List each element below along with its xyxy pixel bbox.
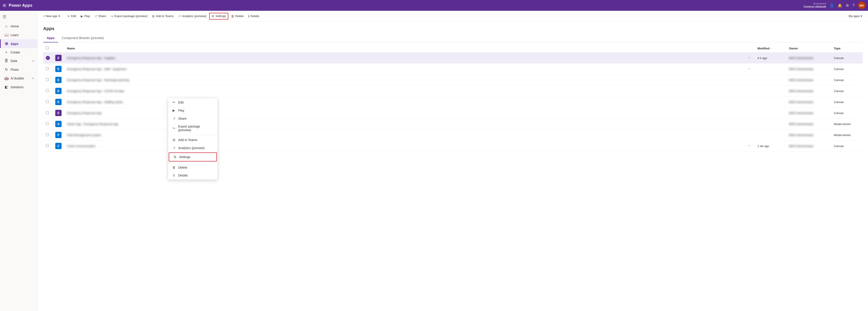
row-name-cell[interactable]: Emergency Response App - COVID-19 data	[64, 85, 744, 97]
add-to-teams-label: Add to Teams	[156, 14, 174, 18]
row-checkbox[interactable]	[46, 100, 49, 103]
row-dots-cell	[744, 74, 755, 85]
my-apps-button[interactable]: My apps ▾	[846, 13, 864, 19]
row-modified-cell	[755, 130, 786, 141]
sidebar-item-create[interactable]: + Create	[0, 48, 37, 57]
ctx-item-delete[interactable]: 🗑Delete	[168, 164, 217, 171]
row-name-cell[interactable]: Field Management system	[64, 130, 744, 141]
settings-button[interactable]: ⚙ Settings	[209, 13, 228, 20]
row-more-options-button[interactable]: ···	[746, 56, 752, 60]
row-checkbox[interactable]	[46, 67, 49, 70]
ctx-item-export[interactable]: ↪Export package (preview)	[168, 123, 217, 134]
row-selected-checkmark[interactable]: ✓	[46, 56, 50, 60]
details-button[interactable]: ℹ Details	[246, 13, 261, 19]
ctx-item-details[interactable]: ℹDetails	[168, 171, 217, 179]
teams-icon: ⊞	[152, 14, 155, 18]
my-apps-label: My apps	[849, 14, 860, 18]
row-name-cell[interactable]: Crisis Communication	[64, 141, 744, 151]
analytics-button[interactable]: ↗ Analytics (preview)	[176, 13, 208, 19]
col-header-icon	[53, 44, 64, 53]
help-icon[interactable]: ?	[852, 3, 855, 7]
export-button[interactable]: ↪ Export package (preview)	[109, 13, 149, 19]
row-checkbox[interactable]	[46, 122, 49, 125]
col-header-owner[interactable]: Owner	[786, 44, 831, 53]
row-type-cell: Model-driven	[831, 118, 863, 130]
ctx-item-settings[interactable]: ⚙Settings	[169, 152, 217, 162]
ctx-item-play[interactable]: ▶Play	[168, 106, 217, 114]
play-button[interactable]: ▶ Play	[79, 13, 92, 19]
ctx-play-icon: ▶	[172, 108, 176, 112]
row-more-options-button[interactable]: ···	[746, 143, 752, 148]
row-select-cell	[43, 141, 53, 151]
ctx-item-analytics[interactable]: ↗Analytics (preview)	[168, 144, 217, 152]
share-button[interactable]: ↗ Share	[93, 13, 108, 19]
owner-value: MOD Administrator	[789, 78, 814, 82]
data-icon: 🗄	[4, 59, 8, 63]
new-app-button[interactable]: + New app ▾	[41, 13, 62, 19]
sidebar-item-home[interactable]: ⌂ Home	[0, 22, 37, 31]
row-name-cell[interactable]: Admin App - Emergency Response App	[64, 118, 744, 130]
app-icon: E	[55, 77, 62, 83]
sidebar-item-apps[interactable]: ⊞ Apps	[0, 39, 37, 48]
app-name: Field Management system	[67, 133, 101, 137]
row-checkbox[interactable]	[46, 78, 49, 81]
sidebar-item-flows[interactable]: ↻ Flows	[0, 65, 37, 74]
tab-component-libraries[interactable]: Component libraries (preview)	[58, 34, 107, 42]
app-name: Crisis Communication	[67, 144, 95, 148]
notification-icon[interactable]: 🔔	[838, 3, 842, 8]
ctx-settings-label: Settings	[179, 155, 190, 159]
row-icon-cell: C	[53, 141, 64, 151]
row-type-cell: Canvas	[831, 53, 863, 64]
sidebar-item-data[interactable]: 🗄 Data ∨	[0, 57, 37, 65]
ctx-share-label: Share	[178, 117, 186, 120]
row-checkbox[interactable]	[46, 144, 49, 147]
new-app-label: + New app	[43, 14, 57, 18]
row-name-cell[interactable]: Emergency Response App	[64, 108, 744, 118]
owner-value: MOD Administrator	[789, 144, 814, 148]
sidebar-collapse-button[interactable]: ☰	[0, 12, 37, 21]
row-dots-cell	[744, 118, 755, 130]
env-name: Contoso (default)	[804, 5, 826, 9]
row-modified-cell: 4 h ago	[755, 53, 786, 64]
sidebar-item-learn[interactable]: 📖 Learn	[0, 31, 37, 39]
col-modified-sort[interactable]: Modified ↓	[757, 47, 783, 50]
col-name-sort[interactable]: Name	[67, 47, 741, 50]
row-modified-cell	[755, 118, 786, 130]
person-icon[interactable]: 👤	[830, 3, 834, 8]
settings-icon[interactable]: ⚙	[846, 3, 849, 8]
row-checkbox[interactable]	[46, 111, 49, 114]
col-header-type[interactable]: Type	[831, 44, 863, 53]
row-name-cell[interactable]: Emergency Response App - Staffing needs	[64, 97, 744, 108]
type-value: Model-driven	[834, 133, 851, 137]
waffle-icon[interactable]: ⊞	[3, 3, 6, 8]
top-bar-right: Environment Contoso (default) 👤 🔔 ⚙ ? MA	[804, 2, 865, 9]
sidebar-item-ai-builder[interactable]: 🤖 AI Builder ∨	[0, 74, 37, 83]
col-header-modified[interactable]: Modified ↓	[755, 44, 786, 53]
delete-button[interactable]: 🗑 Delete	[229, 13, 246, 19]
export-icon: ↪	[111, 14, 113, 18]
ctx-item-edit[interactable]: ✏Edit	[168, 98, 217, 106]
row-name-cell[interactable]: Emergency Response App - Staff - equipme…	[64, 64, 744, 74]
ctx-analytics-icon: ↗	[172, 146, 176, 150]
row-checkbox[interactable]	[46, 89, 49, 92]
row-checkbox[interactable]	[46, 133, 49, 136]
ai-chevron-icon: ∨	[32, 77, 34, 80]
sidebar-item-solutions[interactable]: ◧ Solutions	[0, 83, 37, 92]
row-more-options-button[interactable]: ···	[746, 66, 752, 71]
ctx-item-add-to-teams[interactable]: ⊞Add to Teams	[168, 136, 217, 144]
row-name-cell[interactable]: Emergency Response App - Discharge plann…	[64, 74, 744, 85]
app-icon: E	[55, 110, 62, 116]
edit-button[interactable]: ✏ Edit	[66, 13, 78, 19]
play-label: Play	[84, 14, 90, 18]
owner-value: MOD Administrator	[789, 67, 814, 71]
avatar[interactable]: MA	[858, 2, 865, 9]
add-to-teams-button[interactable]: ⊞ Add to Teams	[150, 13, 175, 19]
col-header-name[interactable]: Name	[64, 44, 744, 53]
ctx-item-share[interactable]: ↗Share	[168, 114, 217, 123]
tab-apps[interactable]: Apps	[43, 34, 58, 42]
select-all-checkbox[interactable]	[46, 46, 49, 49]
row-owner-cell: MOD Administrator	[786, 53, 831, 64]
row-owner-cell: MOD Administrator	[786, 130, 831, 141]
environment-info[interactable]: Environment Contoso (default)	[804, 2, 826, 9]
row-name-cell[interactable]: Emergency Response App - Supplies	[64, 53, 744, 64]
